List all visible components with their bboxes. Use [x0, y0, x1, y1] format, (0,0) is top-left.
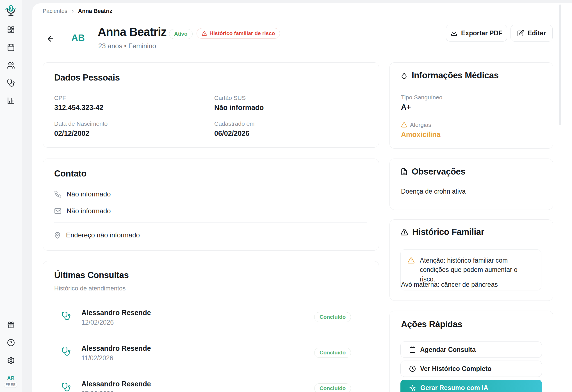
- stethoscope-icon[interactable]: [7, 79, 15, 87]
- address-row: Endereço não informado: [54, 231, 140, 239]
- status-badge: Ativo: [169, 29, 193, 39]
- consultations-subtitle: Histórico de atendimentos: [54, 285, 126, 292]
- patient-detail-page: AR FREE Pacientes Anna Beatriz AB Anna B…: [0, 0, 572, 392]
- observations-header: Observações: [400, 167, 465, 177]
- field-label: Cadastrado em: [214, 120, 255, 127]
- breadcrumb-patients-link[interactable]: Pacientes: [43, 8, 67, 14]
- calendar-icon[interactable]: [7, 43, 15, 51]
- field-label: Cartão SUS: [214, 95, 246, 101]
- stethoscope-icon: [62, 383, 71, 392]
- chevron-right-icon: [70, 9, 75, 14]
- consultation-row[interactable]: Alessandro Resende 12/02/2026 Concluído: [54, 308, 367, 332]
- email-value: Não informado: [67, 207, 111, 215]
- consultation-status-badge: Concluído: [314, 312, 351, 322]
- edit-button[interactable]: Editar: [511, 25, 553, 42]
- address-value: Endereço não informado: [66, 231, 140, 239]
- consultation-status-badge: Concluído: [314, 383, 351, 392]
- field-value: 02/12/2002: [54, 129, 89, 137]
- observations-card: Observações Doença de crohn ativa: [389, 159, 553, 210]
- sparkles-icon: [409, 384, 416, 391]
- microphone-wave-icon[interactable]: [5, 4, 17, 17]
- field-value: 06/02/2026: [214, 129, 249, 137]
- consultation-row[interactable]: Alessandro Resende 11/02/2026 Concluído: [54, 344, 367, 367]
- arrow-left-icon: [46, 35, 55, 43]
- consultation-doctor: Alessandro Resende: [81, 309, 151, 317]
- personal-data-title: Dados Pessoais: [54, 73, 120, 83]
- file-text-icon: [400, 168, 408, 175]
- consultation-date: 11/02/2026: [81, 354, 113, 362]
- mail-icon: [54, 207, 61, 215]
- blood-type-label: Tipo Sanguíneo: [401, 94, 443, 101]
- gift-icon[interactable]: [7, 321, 15, 329]
- family-history-header: Histórico Familiar: [400, 227, 484, 237]
- risk-badge-label: Histórico familiar de risco: [209, 30, 275, 36]
- page-title: Anna Beatriz: [98, 25, 167, 39]
- observations-text: Doença de crohn ativa: [401, 188, 466, 195]
- generate-ai-summary-label: Gerar Resumo com IA: [420, 384, 488, 392]
- family-history-title: Histórico Familiar: [412, 227, 484, 237]
- clock-icon: [409, 365, 416, 372]
- alert-triangle-icon: [401, 122, 407, 128]
- contact-title: Contato: [54, 169, 86, 179]
- patients-icon[interactable]: [7, 61, 15, 69]
- quick-actions-card: Ações Rápidas Agendar Consulta Ver Histó…: [389, 311, 553, 392]
- edit-icon: [517, 30, 524, 36]
- droplet-icon: [400, 72, 408, 79]
- observations-title: Observações: [412, 167, 465, 177]
- field-value: Não informado: [214, 104, 264, 112]
- consultations-title: Últimas Consultas: [54, 270, 129, 280]
- sidebar: AR FREE: [0, 0, 22, 392]
- consultation-doctor: Alessandro Resende: [81, 380, 151, 388]
- consultation-doctor: Alessandro Resende: [81, 344, 151, 352]
- back-button[interactable]: [45, 33, 56, 44]
- medical-info-title: Informações Médicas: [412, 70, 499, 81]
- export-pdf-label: Exportar PDF: [461, 29, 502, 37]
- plan-badge: FREE: [4, 382, 17, 388]
- breadcrumb-current: Anna Beatriz: [78, 8, 112, 14]
- export-pdf-button[interactable]: Exportar PDF: [446, 25, 507, 42]
- medical-info-card: Informações Médicas Tipo Sanguíneo A+ Al…: [389, 62, 553, 149]
- consultation-date: 07/02/2026: [81, 390, 114, 392]
- stethoscope-icon: [62, 311, 71, 322]
- email-row: Não informado: [54, 207, 111, 215]
- quick-actions-title: Ações Rápidas: [401, 319, 462, 329]
- help-icon[interactable]: [7, 339, 15, 347]
- schedule-consultation-label: Agendar Consulta: [420, 346, 476, 354]
- brand-logo-text: AR: [0, 375, 22, 381]
- breadcrumb: Pacientes Anna Beatriz: [43, 8, 112, 14]
- consultation-status-badge: Concluído: [314, 348, 351, 358]
- schedule-consultation-button[interactable]: Agendar Consulta: [400, 341, 542, 358]
- phone-value: Não informado: [67, 190, 111, 198]
- phone-row: Não informado: [54, 190, 111, 198]
- alert-triangle-icon: [407, 256, 415, 264]
- alert-triangle-icon: [400, 228, 408, 236]
- avatar: AB: [67, 28, 89, 48]
- download-icon: [451, 30, 457, 36]
- scrollbar-thumb[interactable]: [559, 4, 561, 125]
- blood-type-value: A+: [401, 103, 411, 112]
- allergies-value: Amoxicilina: [401, 130, 440, 139]
- generate-ai-summary-button[interactable]: Gerar Resumo com IA: [400, 380, 542, 392]
- stethoscope-icon: [62, 347, 71, 357]
- settings-icon[interactable]: [7, 357, 15, 365]
- reports-icon[interactable]: [7, 97, 15, 105]
- personal-data-card: Dados Pessoais CPF 312.454.323-42 Cartão…: [43, 62, 379, 148]
- field-label: CPF: [54, 95, 66, 101]
- risk-badge: Histórico familiar de risco: [197, 28, 280, 39]
- contact-divider: [54, 222, 367, 223]
- consultation-row[interactable]: Alessandro Resende 07/02/2026 Concluído: [54, 379, 367, 392]
- allergies-header: Alergias: [401, 122, 431, 128]
- edit-label: Editar: [528, 29, 546, 37]
- calendar-icon: [409, 346, 416, 353]
- medical-info-header: Informações Médicas: [400, 70, 499, 81]
- field-value: 312.454.323-42: [54, 104, 103, 112]
- alert-triangle-icon: [202, 31, 207, 36]
- allergies-label: Alergias: [410, 122, 431, 128]
- family-history-card: Histórico Familiar Atenção: histórico fa…: [389, 219, 553, 301]
- family-history-entry: Avó materna: câncer de pâncreas: [401, 281, 498, 288]
- field-label: Data de Nascimento: [54, 120, 108, 127]
- family-history-warning-text: Atenção: histórico familiar com condiçõe…: [420, 256, 534, 284]
- map-pin-icon: [54, 232, 61, 239]
- view-full-history-button[interactable]: Ver Histórico Completo: [400, 361, 542, 377]
- dashboard-icon[interactable]: [7, 26, 15, 34]
